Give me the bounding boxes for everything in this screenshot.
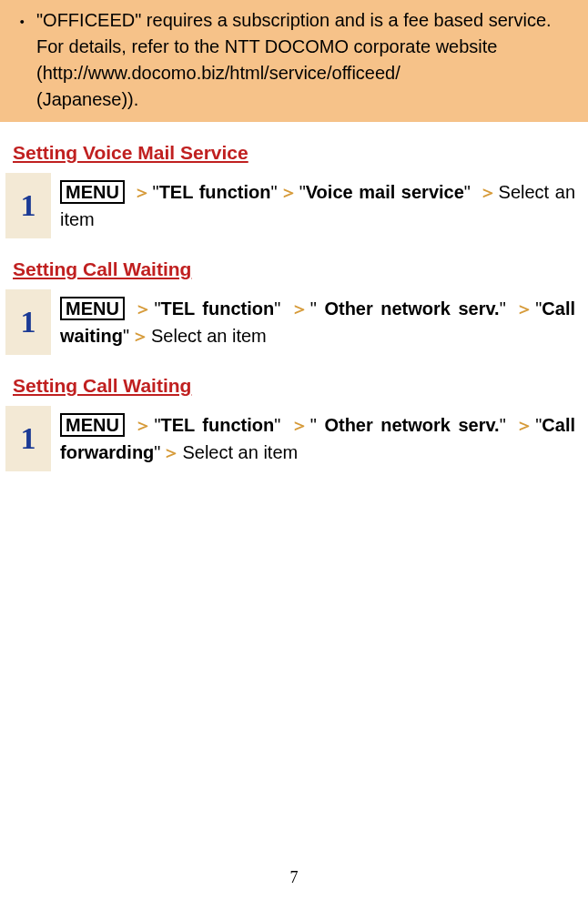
chevron-icon: ＞ [278,182,299,202]
step-row-call-forwarding: 1 MENU ＞"TEL function" ＞" Other network … [0,406,575,471]
chevron-icon: ＞ [131,182,153,202]
note-url: (http://www.docomo.biz/html/service/offi… [36,63,400,83]
quote: " [310,415,317,435]
quote: " [123,326,129,346]
menu-box: MENU [60,297,125,320]
menu-box: MENU [60,413,125,437]
note-body: "OFFICEED" requires a subscription and i… [36,7,575,113]
other-network-label: Other network serv. [317,298,500,319]
chevron-icon: ＞ [513,298,535,319]
chevron-icon: ＞ [132,298,154,319]
note-line2: For details, refer to the NTT DOCOMO cor… [36,36,497,56]
menu-box: MENU [60,180,125,204]
quote: " [464,182,471,202]
note-row: ・ "OFFICEED" requires a subscription and… [13,7,575,113]
quote: " [500,298,506,319]
other-network-label: Other network serv. [317,415,500,435]
quote: " [271,182,278,202]
select-item: Select an item [151,326,267,346]
note-bullet: ・ [13,7,36,113]
step-row-voicemail: 1 MENU ＞"TEL function"＞"Voice mail servi… [0,173,575,238]
step-number: 1 [5,173,51,238]
chevron-icon: ＞ [160,442,182,462]
step-row-call-waiting: 1 MENU ＞"TEL function" ＞" Other network … [0,289,575,355]
chevron-icon: ＞ [513,415,535,435]
quote: " [153,182,159,202]
chevron-icon: ＞ [289,415,310,435]
quote: " [274,298,280,319]
tel-function-label: TEL function [160,298,274,319]
quote: " [274,415,280,435]
note-box: ・ "OFFICEED" requires a subscription and… [0,0,588,122]
select-item: Select an item [182,442,298,462]
chevron-icon: ＞ [477,182,499,202]
page: ・ "OFFICEED" requires a subscription and… [0,0,588,900]
note-line3: (Japanese)). [36,89,138,109]
voice-mail-label: Voice mail service [306,182,464,202]
step-number: 1 [5,289,51,355]
step-body-call-forwarding: MENU ＞"TEL function" ＞" Other network se… [51,406,575,471]
chevron-icon: ＞ [289,298,310,319]
chevron-icon: ＞ [129,326,151,346]
quote: " [299,182,306,202]
step-number: 1 [5,406,51,471]
tel-function-label: TEL function [160,415,274,435]
chevron-icon: ＞ [132,415,154,435]
section-title-voicemail: Setting Voice Mail Service [13,142,575,164]
tel-function-label: TEL function [159,182,271,202]
section-title-call-waiting: Setting Call Waiting [13,258,575,280]
note-line1: "OFFICEED" requires a subscription and i… [36,10,552,30]
section-title-call-forwarding: Setting Call Waiting [13,375,575,397]
step-body-voicemail: MENU ＞"TEL function"＞"Voice mail service… [51,173,575,238]
quote: " [310,298,317,319]
page-number: 7 [0,868,588,887]
step-body-call-waiting: MENU ＞"TEL function" ＞" Other network se… [51,289,575,355]
quote: " [500,415,506,435]
